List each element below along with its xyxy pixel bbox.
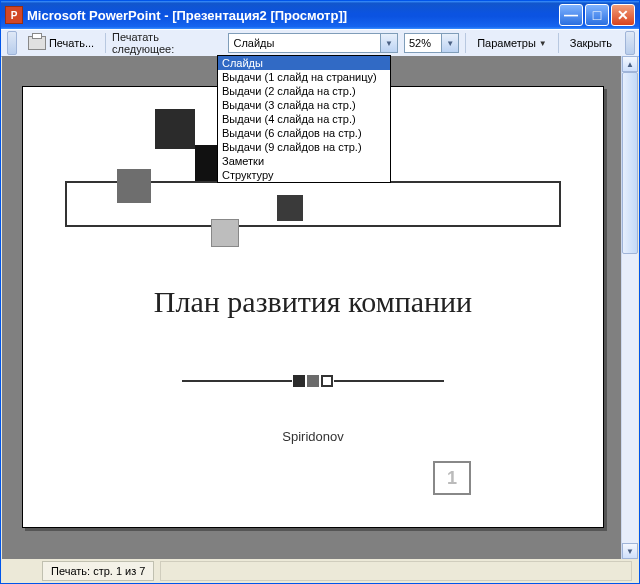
chevron-down-icon[interactable]: ▼ [441,34,458,52]
status-spacer [160,561,632,581]
toolbar-separator [558,33,559,53]
print-what-option[interactable]: Выдачи (2 слайда на стр.) [218,84,390,98]
close-preview-label: Закрыть [570,37,612,49]
print-button-label: Печать... [49,37,94,49]
toolbar-overflow[interactable] [625,31,635,55]
zoom-combo[interactable]: 52% ▼ [404,33,459,53]
slide-page-number: 1 [433,461,471,495]
vertical-scrollbar[interactable]: ▲ ▼ [621,56,638,559]
print-button[interactable]: Печать... [23,34,99,52]
toolbar-separator [105,33,106,53]
divider-square [307,375,319,387]
print-what-label: Печатать следующее: [112,31,222,55]
print-preview-toolbar: Печать... Печатать следующее: Слайды ▼ 5… [1,29,639,57]
print-what-dropdown-list[interactable]: СлайдыВыдачи (1 слайд на страницу)Выдачи… [217,55,391,183]
scroll-down-button[interactable]: ▼ [622,543,638,559]
scroll-up-button[interactable]: ▲ [622,56,638,72]
window-title: Microsoft PowerPoint - [Презентация2 [Пр… [27,8,559,23]
maximize-button[interactable]: □ [585,4,609,26]
divider-square [321,375,333,387]
print-what-selected: Слайды [229,37,380,49]
close-preview-button[interactable]: Закрыть [565,35,617,51]
print-what-option[interactable]: Выдачи (4 слайда на стр.) [218,112,390,126]
chevron-down-icon: ▼ [626,547,634,556]
print-what-option[interactable]: Выдачи (3 слайда на стр.) [218,98,390,112]
minimize-button[interactable]: — [559,4,583,26]
print-what-option[interactable]: Структуру [218,168,390,182]
options-button[interactable]: Параметры ▼ [472,35,552,51]
slide-author: Spiridonov [45,429,581,444]
app-icon: P [5,6,23,24]
window-buttons: — □ ✕ [559,4,635,26]
decoration-square [211,219,239,247]
printer-icon [28,36,46,50]
slide-title: План развития компании [45,285,581,319]
print-what-combo[interactable]: Слайды ▼ [228,33,398,53]
toolbar-grip [7,31,17,55]
toolbar-separator [465,33,466,53]
decoration-square [117,169,151,203]
chevron-up-icon: ▲ [626,60,634,69]
decoration-square [277,195,303,221]
print-what-option[interactable]: Выдачи (6 слайдов на стр.) [218,126,390,140]
app-window: P Microsoft PowerPoint - [Презентация2 [… [0,0,640,584]
print-what-option[interactable]: Выдачи (1 слайд на страницу) [218,70,390,84]
chevron-down-icon[interactable]: ▼ [380,34,397,52]
close-window-button[interactable]: ✕ [611,4,635,26]
decoration-square [155,109,195,149]
print-what-option[interactable]: Заметки [218,154,390,168]
scroll-thumb[interactable] [622,72,638,254]
status-print-pages: Печать: стр. 1 из 7 [42,561,154,581]
status-bar: Печать: стр. 1 из 7 [2,560,638,582]
close-icon: ✕ [617,8,629,22]
divider-line [182,380,292,382]
options-button-label: Параметры [477,37,536,49]
print-what-option[interactable]: Слайды [218,56,390,70]
title-bar: P Microsoft PowerPoint - [Презентация2 [… [1,1,639,29]
divider-line [334,380,444,382]
maximize-icon: □ [593,8,601,22]
divider-square [293,375,305,387]
print-what-option[interactable]: Выдачи (9 слайдов на стр.) [218,140,390,154]
minimize-icon: — [564,8,578,22]
slide-divider [45,375,581,387]
zoom-value: 52% [405,37,441,49]
chevron-down-icon: ▼ [539,39,547,48]
